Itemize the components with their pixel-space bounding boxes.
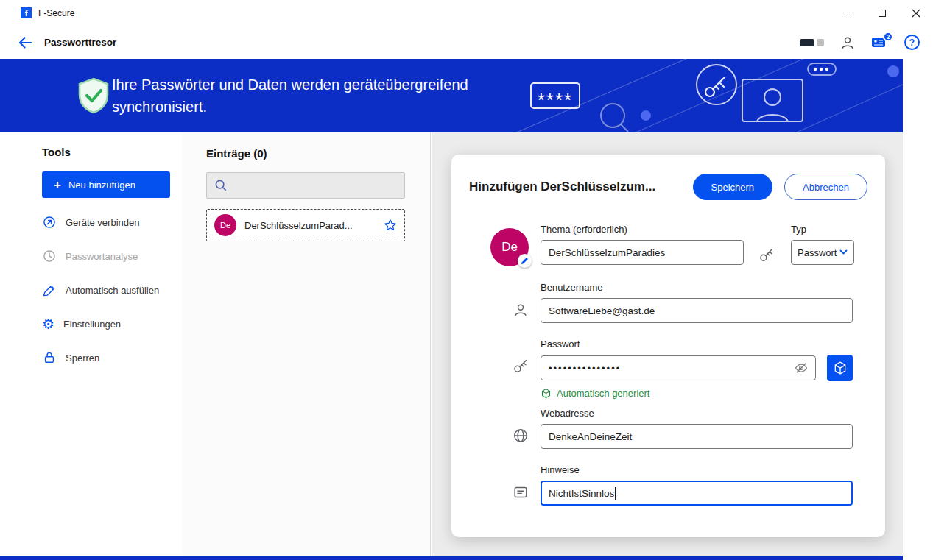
nav-bar: Passworttresor 2 ? <box>0 26 933 59</box>
banner-message: Ihre Passwörter und Daten werden geräteü… <box>112 74 535 118</box>
sidebar-item-label: Passwortanalyse <box>66 251 138 262</box>
generate-password-button[interactable] <box>827 355 853 381</box>
url-input[interactable] <box>541 424 853 449</box>
asterisks-decoration: **** <box>538 89 573 111</box>
url-label: Webadresse <box>541 408 853 419</box>
entry-avatar: De <box>214 214 236 236</box>
url-row: Webadresse <box>451 408 853 449</box>
minimize-button[interactable] <box>831 0 865 26</box>
lock-icon <box>42 350 57 365</box>
window-bottom-accent <box>0 556 903 560</box>
cube-icon <box>833 361 848 375</box>
avatar-gutter: De <box>451 224 541 266</box>
cancel-button[interactable]: Abbrechen <box>784 174 867 200</box>
sidebar-item-label: Einstellungen <box>63 319 121 330</box>
sidebar-item-label: Sperren <box>66 352 99 364</box>
maximize-button[interactable] <box>865 0 899 26</box>
sidebar-item-connect-devices[interactable]: Geräte verbinden <box>42 205 182 239</box>
notes-label: Hinweise <box>541 464 853 475</box>
generated-cube-icon <box>541 388 552 399</box>
workspace: Hinzufügen DerSchlüsselzum... Speichern … <box>432 132 903 556</box>
key-icon <box>758 247 775 263</box>
title-bar: f F-Secure <box>0 0 933 26</box>
plus-icon: + <box>54 179 61 191</box>
subscription-icon[interactable]: 2 <box>871 35 889 50</box>
type-select[interactable]: Passwort <box>791 240 854 265</box>
username-input[interactable] <box>541 298 853 323</box>
notes-icon <box>513 484 529 500</box>
topic-label: Thema (erforderlich) <box>541 224 744 235</box>
help-icon[interactable]: ? <box>904 35 920 50</box>
add-entry-button[interactable]: + Neu hinzufügen <box>42 171 170 198</box>
person-icon <box>513 302 529 318</box>
minimize-icon <box>845 13 853 13</box>
notes-input[interactable]: NichtIstSinnlos <box>541 481 853 506</box>
close-button[interactable] <box>899 0 933 26</box>
password-row: Passwort <box>451 339 853 399</box>
pencil-icon <box>521 257 529 265</box>
sidebar-heading: Tools <box>42 146 182 158</box>
tools-sidebar: Tools + Neu hinzufügen Geräte verbinden … <box>0 132 182 556</box>
back-arrow-icon <box>17 35 33 51</box>
sidebar-item-settings[interactable]: ⚙ Einstellungen <box>42 307 182 341</box>
help-glyph: ? <box>909 38 915 48</box>
app-title: F-Secure <box>38 8 74 18</box>
account-icon[interactable] <box>839 35 856 51</box>
sidebar-item-label: Geräte verbinden <box>66 217 139 228</box>
entries-column: Einträge (0) De DerSchlüsselzumParad... <box>182 132 431 556</box>
sync-banner: **** Ihre Passwörter und Daten werden ge… <box>0 59 903 132</box>
username-row: Benutzername <box>451 282 853 323</box>
chevron-down-icon <box>839 249 848 255</box>
search-icon <box>214 179 228 192</box>
nav-right-icons: 2 ? <box>800 35 920 51</box>
entries-heading: Einträge (0) <box>206 147 430 160</box>
back-button[interactable] <box>15 32 35 53</box>
main-content: Tools + Neu hinzufügen Geräte verbinden … <box>0 132 903 556</box>
editor-header: Hinzufügen DerSchlüsselzum... Speichern … <box>451 174 885 200</box>
entry-list-item[interactable]: De DerSchlüsselzumParad... <box>206 209 405 241</box>
close-icon <box>912 9 920 18</box>
meter-bar-dark <box>800 39 814 46</box>
app-logo-icon: f <box>21 7 32 18</box>
sidebar-item-autofill[interactable]: Automatisch ausfüllen <box>42 273 182 307</box>
notes-value: NichtIstSinnlos <box>549 488 614 499</box>
sidebar-item-lock[interactable]: Sperren <box>42 341 182 375</box>
search-box[interactable] <box>206 172 405 199</box>
entry-editor-card: Hinzufügen DerSchlüsselzum... Speichern … <box>451 155 885 537</box>
notes-row: Hinweise NichtIstSinnlos <box>451 464 853 506</box>
eye-off-icon[interactable] <box>794 361 809 375</box>
window-controls <box>831 0 933 26</box>
topic-row: De Thema (erforderlich) <box>451 224 853 266</box>
password-label: Passwort <box>541 339 853 350</box>
page-title: Passworttresor <box>44 37 116 48</box>
type-label: Typ <box>791 224 854 235</box>
auto-generated-label: Automatisch generiert <box>557 388 649 399</box>
type-value: Passwort <box>798 247 837 258</box>
connect-devices-icon <box>42 215 57 230</box>
globe-icon <box>513 428 529 444</box>
gear-icon: ⚙ <box>42 317 54 331</box>
entry-label: DerSchlüsselzumParad... <box>244 220 384 231</box>
password-input[interactable] <box>541 355 816 380</box>
usage-meter-icon[interactable] <box>800 39 824 46</box>
editor-form: De Thema (erforderlich) <box>451 224 885 506</box>
avatar-edit-badge[interactable] <box>518 254 532 268</box>
sync-shield-icon <box>77 77 110 114</box>
meter-bar-light <box>817 39 824 46</box>
notification-badge: 2 <box>883 32 893 42</box>
clock-icon <box>42 249 57 263</box>
add-entry-label: Neu hinzufügen <box>68 180 135 191</box>
editor-title: Hinzufügen DerSchlüsselzum... <box>469 180 684 194</box>
username-label: Benutzername <box>541 282 853 293</box>
text-cursor <box>615 487 616 500</box>
auto-generated-note: Automatisch generiert <box>541 388 853 399</box>
sidebar-item-label: Automatisch ausfüllen <box>66 285 159 296</box>
favorite-star-icon[interactable] <box>384 219 397 232</box>
save-button[interactable]: Speichern <box>693 174 773 200</box>
pen-icon <box>42 283 57 297</box>
search-input[interactable] <box>234 180 397 191</box>
maximize-icon <box>879 10 886 17</box>
topic-input[interactable] <box>541 240 744 265</box>
sidebar-item-password-analysis[interactable]: Passwortanalyse <box>42 239 182 273</box>
sidebar-items: Geräte verbinden Passwortanalyse Automat… <box>42 205 182 375</box>
